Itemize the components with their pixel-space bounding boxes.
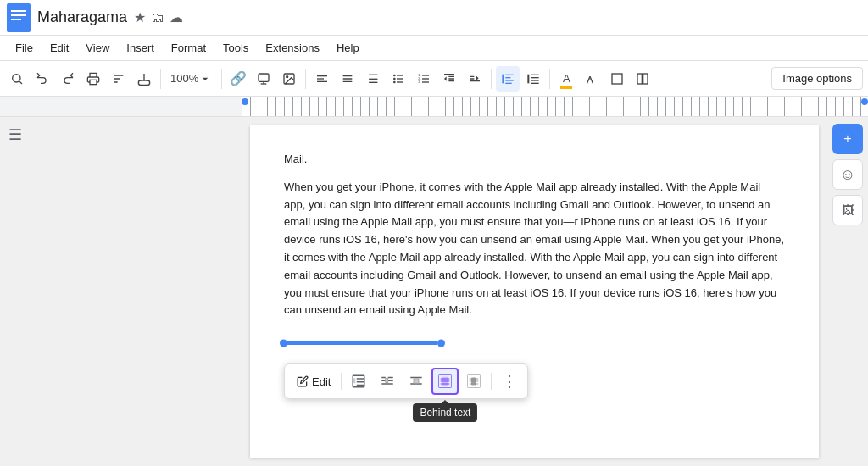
- redo-button[interactable]: [56, 66, 80, 92]
- handle-right[interactable]: [437, 340, 445, 347]
- cloud-icon[interactable]: ☁: [170, 9, 183, 25]
- svg-rect-23: [422, 75, 429, 75]
- edit-label: Edit: [312, 375, 331, 388]
- image-side-button[interactable]: 🖼: [832, 195, 863, 225]
- separator-5: [549, 69, 550, 89]
- image-toolbar: Edit: [284, 363, 528, 399]
- svg-text:3.: 3.: [419, 80, 421, 84]
- svg-rect-62: [442, 377, 449, 386]
- add-icon: +: [843, 131, 851, 147]
- svg-point-18: [393, 77, 396, 80]
- inline-wrap-button[interactable]: [345, 368, 372, 395]
- svg-rect-1: [11, 10, 26, 12]
- text-wrap-active-button[interactable]: [496, 66, 520, 92]
- doc-page: Mail. When you get your iPhone, it comes…: [250, 125, 819, 458]
- columns-button[interactable]: [631, 66, 654, 92]
- menu-format[interactable]: Format: [163, 38, 214, 58]
- doc-text-1: Mail. When you get your iPhone, it comes…: [284, 151, 785, 319]
- star-icon[interactable]: ★: [134, 9, 146, 25]
- ruler: [0, 97, 868, 117]
- svg-rect-34: [531, 74, 539, 75]
- wrap-text-button[interactable]: [374, 368, 401, 395]
- menu-file[interactable]: File: [7, 38, 42, 58]
- comment-button[interactable]: [252, 66, 275, 92]
- separator-4: [491, 69, 492, 89]
- separator-2: [221, 69, 222, 89]
- image-side-icon: 🖼: [842, 203, 854, 217]
- menu-tools[interactable]: Tools: [214, 38, 257, 58]
- bullet-list-button[interactable]: [387, 66, 410, 92]
- main-layout: ☰ Mail. When you get your iPhone, it com…: [0, 117, 868, 466]
- undo-button[interactable]: [31, 66, 54, 92]
- image-options-button[interactable]: Image options: [771, 67, 863, 90]
- left-panel: ☰: [0, 117, 242, 466]
- ruler-marker-right[interactable]: [861, 98, 868, 105]
- svg-rect-21: [397, 81, 403, 82]
- image-edit-button[interactable]: Edit: [290, 375, 337, 388]
- svg-rect-13: [317, 75, 327, 76]
- menu-insert[interactable]: Insert: [118, 38, 163, 58]
- menu-help[interactable]: Help: [328, 38, 368, 58]
- line-spacing-button[interactable]: [336, 66, 359, 92]
- svg-rect-27: [422, 81, 429, 82]
- svg-rect-19: [397, 78, 403, 79]
- behind-text-container: Behind text: [431, 368, 459, 395]
- title-bar: Maharagama ★ 🗂 ☁: [0, 0, 868, 36]
- selected-image-container: [284, 333, 785, 348]
- paragraph-2: When you get your iPhone, it comes with …: [284, 179, 785, 319]
- separator-1: [160, 69, 161, 89]
- doc-icon: [7, 3, 31, 32]
- spellcheck-button[interactable]: [107, 66, 131, 92]
- print-button[interactable]: [81, 66, 105, 92]
- svg-rect-41: [612, 74, 622, 84]
- toolbar: 100% 🔗 ☰ 1.2.3. A: [0, 61, 868, 97]
- svg-rect-0: [7, 3, 31, 32]
- svg-rect-37: [531, 82, 539, 83]
- text-align-button[interactable]: [521, 66, 545, 92]
- divider-line: [284, 341, 437, 345]
- image-button[interactable]: [277, 66, 301, 92]
- doc-title[interactable]: Maharagama: [37, 8, 127, 26]
- in-front-text-button[interactable]: [460, 368, 487, 395]
- behind-text-button[interactable]: [431, 368, 459, 395]
- edit-icon: [297, 375, 309, 387]
- checklist-button[interactable]: ☰: [361, 66, 385, 92]
- title-icons: ★ 🗂 ☁: [134, 9, 183, 25]
- menu-edit[interactable]: Edit: [42, 38, 77, 58]
- handle-left[interactable]: [280, 340, 287, 347]
- svg-rect-31: [506, 80, 514, 80]
- increase-indent-button[interactable]: [463, 66, 487, 92]
- svg-rect-43: [643, 74, 648, 84]
- svg-rect-17: [397, 75, 403, 75]
- emoji-button[interactable]: ☺: [832, 159, 863, 190]
- svg-rect-33: [528, 74, 530, 83]
- behind-text-tooltip: Behind text: [413, 403, 477, 422]
- svg-rect-3: [11, 19, 21, 20]
- search-button[interactable]: [5, 66, 29, 92]
- zoom-select[interactable]: 100%: [165, 66, 217, 92]
- svg-rect-30: [506, 77, 511, 78]
- border-button[interactable]: [605, 66, 629, 92]
- decrease-indent-button[interactable]: [437, 66, 461, 92]
- add-button[interactable]: +: [832, 124, 863, 154]
- folder-icon[interactable]: 🗂: [151, 10, 164, 25]
- outline-icon[interactable]: ☰: [8, 126, 22, 143]
- more-options-button[interactable]: ⋮: [495, 368, 522, 395]
- numbered-list-button[interactable]: 1.2.3.: [412, 66, 436, 92]
- svg-rect-2: [11, 14, 26, 16]
- highlight-color-button[interactable]: A: [554, 66, 578, 92]
- svg-rect-15: [317, 80, 327, 81]
- link-button[interactable]: 🔗: [226, 66, 250, 92]
- svg-rect-57: [414, 379, 419, 383]
- svg-rect-32: [506, 82, 512, 83]
- doc-area: Mail. When you get your iPhone, it comes…: [242, 117, 827, 466]
- menu-extensions[interactable]: Extensions: [257, 38, 328, 58]
- align-left-button[interactable]: [310, 66, 334, 92]
- ruler-marker-left[interactable]: [242, 98, 248, 105]
- text-color-button[interactable]: [580, 66, 604, 92]
- break-text-button[interactable]: [403, 368, 430, 395]
- paragraph-1: Mail.: [284, 151, 785, 169]
- menu-view[interactable]: View: [77, 38, 118, 58]
- ruler-right: [242, 97, 868, 116]
- paint-format-button[interactable]: [132, 66, 156, 92]
